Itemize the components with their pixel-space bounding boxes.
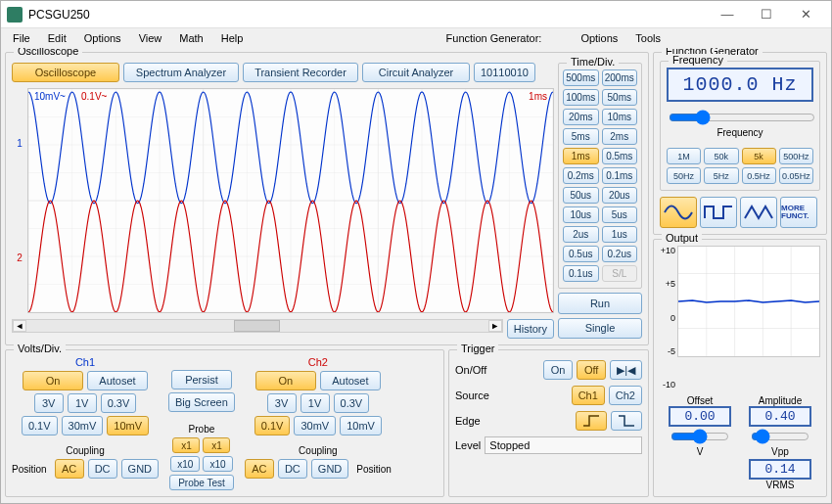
timediv-2us[interactable]: 2us [563, 226, 599, 243]
menu-help[interactable]: Help [213, 30, 252, 46]
timediv-20ms[interactable]: 20ms [563, 109, 599, 125]
ch1-probe-x10[interactable]: x10 [170, 456, 200, 472]
timediv-10us[interactable]: 10us [563, 206, 599, 223]
timediv-0.2us[interactable]: 0.2us [602, 246, 638, 262]
wave-sine-icon[interactable] [660, 197, 697, 228]
trigger-on[interactable]: On [543, 360, 573, 380]
ch2-gnd[interactable]: GND [311, 459, 348, 479]
run-button[interactable]: Run [558, 293, 642, 314]
ch2-probe-x10[interactable]: x10 [203, 456, 232, 472]
freq-preset-5Hz[interactable]: 5Hz [704, 167, 738, 184]
freq-preset-50k[interactable]: 50k [704, 148, 738, 164]
timediv-10ms[interactable]: 10ms [602, 109, 638, 125]
amp-slider[interactable] [751, 429, 809, 444]
trigger-rising-icon[interactable] [576, 411, 607, 431]
timediv-2ms[interactable]: 2ms [602, 128, 638, 145]
freq-preset-0.5Hz[interactable]: 0.5Hz [742, 167, 776, 184]
menu-file[interactable]: File [5, 30, 38, 46]
timediv-group: Time/Div. 500ms200ms100ms50ms20ms10ms5ms… [558, 63, 642, 289]
ch1-ac[interactable]: AC [55, 459, 84, 479]
fg-freq-slider-label: Frequency [667, 127, 813, 138]
timediv-0.5ms[interactable]: 0.5ms [602, 148, 638, 164]
ch1-dc[interactable]: DC [88, 459, 117, 479]
ch2-1v[interactable]: 1V [300, 393, 330, 413]
ch2-autoset-button[interactable]: Autoset [320, 371, 381, 390]
transient-mode-button[interactable]: Transient Recorder [243, 63, 358, 82]
menu-fg-tools[interactable]: Tools [627, 30, 669, 46]
timediv-0.5us[interactable]: 0.5us [563, 246, 599, 262]
menu-edit[interactable]: Edit [40, 30, 74, 46]
timediv-5us[interactable]: 5us [602, 206, 638, 223]
close-button[interactable]: ✕ [786, 2, 825, 27]
oscilloscope-mode-button[interactable]: Oscilloscope [12, 63, 119, 82]
menu-math[interactable]: Math [171, 30, 210, 46]
amp-display: 0.40 [749, 406, 811, 427]
ch2-dc[interactable]: DC [278, 459, 307, 479]
ch1-autoset-button[interactable]: Autoset [87, 371, 148, 390]
timediv-0.1ms[interactable]: 0.1ms [602, 167, 638, 184]
timediv-1ms[interactable]: 1ms [563, 148, 599, 164]
persist-button[interactable]: Persist [171, 370, 232, 389]
spectrum-mode-button[interactable]: Spectrum Analyzer [123, 63, 239, 82]
ch1-3v[interactable]: 3V [34, 393, 64, 413]
oscilloscope-title: Oscilloscope [14, 48, 82, 57]
maximize-button[interactable]: ☐ [747, 2, 786, 27]
ch2-coupling-label: Coupling [299, 445, 337, 456]
timediv-20us[interactable]: 20us [602, 187, 638, 204]
ch1-0.1v[interactable]: 0.1V [22, 416, 58, 435]
freq-preset-0.05Hz[interactable]: 0.05Hz [779, 167, 813, 184]
menu-fg-options[interactable]: Options [573, 30, 625, 46]
ch2-10mv[interactable]: 10mV [340, 416, 382, 435]
wave-square-icon[interactable] [700, 197, 737, 228]
timediv-0.1us[interactable]: 0.1us [563, 265, 599, 282]
wave-triangle-icon[interactable] [740, 197, 777, 228]
menu-options[interactable]: Options [76, 30, 129, 46]
ch1-1v[interactable]: 1V [68, 393, 97, 413]
offset-slider[interactable] [670, 429, 729, 444]
ch2-ac[interactable]: AC [245, 459, 274, 479]
scope-scroll[interactable]: ◄ ► [12, 319, 503, 333]
timediv-500ms[interactable]: 500ms [563, 69, 599, 86]
ch1-30mv[interactable]: 30mV [62, 416, 104, 435]
timediv-200ms[interactable]: 200ms [602, 69, 638, 86]
timediv-100ms[interactable]: 100ms [563, 89, 599, 106]
trigger-src-ch1[interactable]: Ch1 [572, 386, 605, 405]
freq-preset-500Hz[interactable]: 500Hz [779, 148, 813, 164]
freq-preset-50Hz[interactable]: 50Hz [667, 167, 701, 184]
timediv-5ms[interactable]: 5ms [563, 128, 599, 145]
circuit-mode-button[interactable]: Circuit Analyzer [362, 63, 470, 82]
timediv-0.2ms[interactable]: 0.2ms [563, 167, 599, 184]
ch2-3v[interactable]: 3V [267, 393, 297, 413]
ch1-0.3v[interactable]: 0.3V [101, 393, 137, 413]
scroll-left-icon[interactable]: ◄ [13, 320, 26, 332]
ch1-probe-x1[interactable]: x1 [172, 437, 200, 453]
fg-freq-slider[interactable] [669, 110, 815, 125]
timediv-50ms[interactable]: 50ms [602, 89, 638, 106]
timediv-50us[interactable]: 50us [563, 187, 599, 204]
binary-button[interactable]: 10110010 [474, 63, 535, 82]
scroll-right-icon[interactable]: ► [488, 320, 502, 332]
freq-preset-5k[interactable]: 5k [742, 148, 776, 164]
trigger-off[interactable]: Off [577, 360, 606, 380]
ch2-0.1v[interactable]: 0.1V [254, 416, 291, 435]
ch2-on-button[interactable]: On [255, 371, 316, 390]
trigger-arrows-icon[interactable]: ▶|◀ [610, 360, 642, 380]
menu-view[interactable]: View [131, 30, 170, 46]
history-button[interactable]: History [507, 319, 554, 339]
ch1-on-button[interactable]: On [23, 371, 83, 390]
probe-test-button[interactable]: Probe Test [169, 475, 234, 490]
timediv-1us[interactable]: 1us [602, 226, 638, 243]
ch2-probe-x1[interactable]: x1 [203, 437, 230, 453]
trigger-src-ch2[interactable]: Ch2 [609, 386, 642, 405]
trigger-falling-icon[interactable] [611, 411, 642, 431]
ch1-gnd[interactable]: GND [121, 459, 159, 479]
ch2-0.3v[interactable]: 0.3V [334, 393, 370, 413]
freq-preset-1M[interactable]: 1M [667, 148, 701, 164]
bigscreen-button[interactable]: Big Screen [168, 392, 235, 412]
single-button[interactable]: Single [558, 318, 642, 340]
scope-display[interactable]: 10mV~ 0.1V~ 1ms [27, 88, 554, 313]
ch1-10mv[interactable]: 10mV [107, 416, 149, 435]
minimize-button[interactable]: — [708, 2, 747, 27]
ch2-30mv[interactable]: 30mV [294, 416, 336, 435]
more-funct-button[interactable]: MORE FUNCT. [780, 197, 817, 228]
